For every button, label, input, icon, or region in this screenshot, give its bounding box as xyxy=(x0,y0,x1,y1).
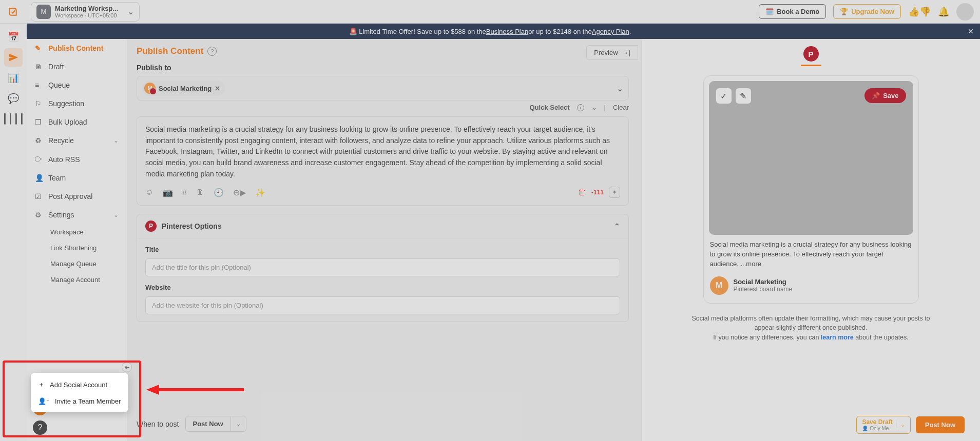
emoji-icon[interactable]: ☺ xyxy=(145,188,153,197)
preview-toggle[interactable]: Preview →| xyxy=(586,45,638,60)
chevron-down-icon[interactable]: ⌄ xyxy=(591,104,597,111)
preview-toggle-label: Preview xyxy=(594,49,618,56)
info-icon[interactable]: i xyxy=(577,104,584,111)
when-to-post-label: When to post xyxy=(137,420,179,428)
app-logo[interactable] xyxy=(6,5,20,18)
sidebar-label: Team xyxy=(48,174,66,182)
pinterest-options-header[interactable]: P Pinterest Options ⌃ xyxy=(137,214,628,238)
popup-invite-team[interactable]: 👤⁺ Invite a Team Member xyxy=(31,393,128,409)
user-avatar[interactable] xyxy=(956,3,974,21)
popup-add-social[interactable]: ＋ Add Social Account xyxy=(31,376,128,393)
bell-icon[interactable]: 🔔 xyxy=(938,6,949,17)
upgrade-button[interactable]: 🏆 Upgrade Now xyxy=(833,4,901,19)
composer-textarea[interactable]: Social media marketing is a crucial stra… xyxy=(145,124,620,181)
info-icon[interactable]: ? xyxy=(207,47,217,56)
arrow-right-icon: →| xyxy=(622,49,630,56)
sidebar-item-recycle[interactable]: ♻ Recycle ⌄ xyxy=(27,131,127,150)
layers-icon: ❐ xyxy=(35,118,43,126)
book-demo-button[interactable]: 🗓️ Book a Demo xyxy=(759,4,826,19)
add-popup-menu: ＋ Add Social Account 👤⁺ Invite a Team Me… xyxy=(31,373,128,412)
sidebar-label: Auto RSS xyxy=(48,155,80,164)
sidebar-item-settings[interactable]: ⚙ Settings ⌄ xyxy=(27,206,127,224)
chevron-down-icon: ⌄ xyxy=(113,137,119,144)
sidebar-label: Settings xyxy=(48,211,74,219)
publish-to-label: Publish to xyxy=(137,64,629,72)
sidebar-item-queue[interactable]: ≡ Queue xyxy=(27,76,127,94)
upgrade-label: Upgrade Now xyxy=(851,8,894,15)
calendar-icon: 🗓️ xyxy=(765,8,774,15)
feedback-icon[interactable]: 👍👎 xyxy=(908,6,931,17)
trash-icon[interactable]: 🗑 xyxy=(578,188,586,197)
account-chip[interactable]: M Social Marketing ✕ xyxy=(142,81,225,96)
edit-icon[interactable]: ✎ xyxy=(736,88,751,104)
collapse-sidebar-icon[interactable]: ⇤ xyxy=(122,362,132,372)
help-button[interactable]: ? xyxy=(33,420,47,435)
rail-calendar-icon[interactable]: 📅 xyxy=(4,28,23,46)
sidebar-item-autorss[interactable]: ⧂ Auto RSS xyxy=(27,150,127,169)
chevron-down-icon: ⌄ xyxy=(127,7,134,16)
bookmark-icon: ⚐ xyxy=(35,99,43,108)
sidebar-label: Suggestion xyxy=(48,99,84,108)
sidebar-item-team[interactable]: 👤 Team xyxy=(27,169,127,187)
account-avatar-icon: M xyxy=(144,83,156,94)
camera-icon[interactable]: 📷 xyxy=(163,188,173,197)
page-title: Publish Content xyxy=(137,46,203,56)
rail-chat-icon[interactable]: 💬 xyxy=(4,89,23,108)
close-icon[interactable]: ✕ xyxy=(968,27,974,35)
learn-more-link[interactable]: learn more xyxy=(821,334,854,341)
chevron-down-icon[interactable]: ⌄ xyxy=(617,84,623,93)
post-now-button[interactable]: Post Now xyxy=(916,416,965,433)
sidebar-label: Bulk Upload xyxy=(48,118,87,126)
check-icon[interactable]: ✓ xyxy=(716,88,732,104)
sidebar-item-publish[interactable]: ✎ Publish Content xyxy=(27,39,127,57)
shield-icon: ☑ xyxy=(35,192,43,201)
sidebar-item-draft[interactable]: 🗎 Draft xyxy=(27,57,127,76)
pin-description: Social media marketing is a crucial stra… xyxy=(709,240,913,269)
template-icon[interactable]: 🗎 xyxy=(196,188,204,197)
when-to-post-select[interactable]: Post Now ⌄ xyxy=(185,416,246,432)
sidebar-sub-queue[interactable]: Manage Queue xyxy=(42,256,127,272)
sidebar-label: Manage Account xyxy=(50,276,100,284)
rail-analytics-icon[interactable]: 📊 xyxy=(4,69,23,87)
sidebar-item-suggestion[interactable]: ⚐ Suggestion xyxy=(27,94,127,113)
banner-text-1: 🚨 Limited Time Offer! Save up to $588 on… xyxy=(349,28,486,35)
tag-icon[interactable]: ⊖▶ xyxy=(233,188,246,197)
popup-label: Invite a Team Member xyxy=(55,397,121,405)
rail-publish-icon[interactable] xyxy=(4,48,23,67)
chevron-down-icon: ⌄ xyxy=(896,422,905,428)
document-icon: 🗎 xyxy=(35,63,43,71)
banner-link-agency[interactable]: Agency Plan xyxy=(592,28,629,35)
workspace-switcher[interactable]: M Marketing Worksp... Workspace · UTC+05… xyxy=(31,2,140,22)
ai-icon[interactable]: ✨ xyxy=(255,188,265,197)
sidebar-sub-link[interactable]: Link Shortening xyxy=(42,240,127,256)
promo-banner: 🚨 Limited Time Offer! Save up to $588 on… xyxy=(0,24,980,39)
sidebar-label: Post Approval xyxy=(48,192,92,201)
pin-website-input[interactable] xyxy=(145,296,620,314)
pin-save-label: Save xyxy=(883,92,898,99)
sidebar-sub-account[interactable]: Manage Account xyxy=(42,272,127,288)
pin-image-placeholder: ✓ ✎ 📌 Save xyxy=(709,81,913,235)
pin-save-button[interactable]: 📌 Save xyxy=(864,88,906,103)
chevron-up-icon: ⌃ xyxy=(614,222,620,230)
sidebar-item-bulk[interactable]: ❐ Bulk Upload xyxy=(27,113,127,131)
pin-title-input[interactable] xyxy=(145,258,620,276)
hashtag-icon[interactable]: # xyxy=(182,188,187,197)
save-draft-button[interactable]: Save Draft 👤 Only Me ⌄ xyxy=(856,416,910,434)
clear-button[interactable]: Clear xyxy=(613,104,629,111)
preview-tab-pinterest[interactable]: P xyxy=(803,46,819,62)
sidebar-sub-workspace[interactable]: Workspace xyxy=(42,224,127,240)
banner-text-2: or up to $2148 on the xyxy=(528,28,592,35)
gear-icon: ⚙ xyxy=(35,211,43,219)
rail-waveform-icon[interactable]: ┃┃┃┃ xyxy=(4,110,23,128)
banner-link-business[interactable]: Business Plan xyxy=(486,28,528,35)
pin-icon: 📌 xyxy=(872,92,880,99)
sidebar-label: Link Shortening xyxy=(50,244,97,252)
pin-user-avatar: M xyxy=(710,276,728,295)
sidebar-item-approval[interactable]: ☑ Post Approval xyxy=(27,187,127,206)
account-selector[interactable]: M Social Marketing ✕ ⌄ xyxy=(137,76,629,101)
remove-account-icon[interactable]: ✕ xyxy=(215,85,220,92)
clock-icon[interactable]: 🕘 xyxy=(214,188,224,197)
pin-board-name: Pinterest board name xyxy=(734,286,793,293)
sidebar-label: Draft xyxy=(48,63,64,71)
magic-wand-icon[interactable]: ✦ xyxy=(609,187,620,198)
